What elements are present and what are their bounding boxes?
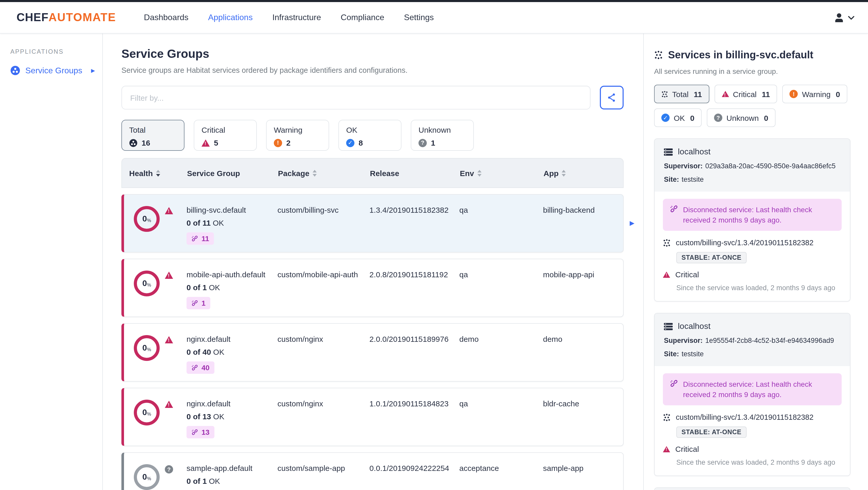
package-cell: custom/billing-svc (277, 195, 369, 245)
service-card[interactable]: localhost Supervisor:2fb65869-de1b-4341-… (654, 487, 850, 490)
panel-filter-critical[interactable]: Critical 11 (714, 85, 777, 103)
host-name: localhost (678, 322, 710, 331)
ok-icon: ✓ (346, 139, 354, 147)
service-card[interactable]: localhost Supervisor:029a3a8a-20ac-4590-… (654, 138, 850, 301)
table-row-billing-svc[interactable]: 0% billing-svc.default 0 of 11OK 11 cust… (121, 194, 624, 253)
nav-item-settings[interactable]: Settings (404, 13, 434, 22)
panel-filter-count: 0 (690, 113, 694, 122)
panel-filter-unknown[interactable]: ? Unknown 0 (707, 108, 776, 127)
service-group-icon (129, 139, 137, 147)
status-filter-warning[interactable]: Warning ! 2 (266, 120, 329, 151)
panel-title-row: Services in billing-svc.default (654, 49, 850, 61)
panel-subtitle: All services running in a service group. (654, 67, 850, 75)
sort-arrows-icon[interactable] (313, 170, 317, 176)
nav-item-dashboards[interactable]: Dashboards (144, 13, 189, 22)
top-navigation-bar: CHEFAUTOMATE Dashboards Applications Inf… (0, 2, 868, 34)
sidebar-expand-arrow-icon[interactable]: ▶ (91, 68, 95, 73)
service-group-cell: mobile-api-auth.default 0 of 1OK 1 (187, 259, 277, 309)
critical-icon (165, 207, 173, 214)
supervisor-label: Supervisor: (664, 162, 703, 170)
ok-count: 0 of 1 (187, 477, 207, 485)
disconnected-pill[interactable]: 13 (187, 426, 214, 438)
row-selected-caret-icon[interactable]: ▶ (630, 219, 634, 226)
service-group-name: nginx.default (187, 334, 269, 345)
status-filter-ok[interactable]: OK ✓ 8 (338, 120, 401, 151)
table-row-mobile-api-auth[interactable]: 0% mobile-api-auth.default 0 of 1OK 1 cu… (121, 259, 624, 317)
filter-input[interactable] (121, 86, 591, 109)
chef-automate-logo[interactable]: CHEFAUTOMATE (17, 11, 116, 24)
disconnected-count: 13 (202, 428, 210, 436)
service-group-dots-icon (663, 239, 671, 247)
column-header-release[interactable]: Release (370, 169, 460, 177)
table-row-nginx-demo[interactable]: 0% nginx.default 0 of 40OK 40 custom/ngi… (121, 323, 624, 382)
env-cell: acceptance (459, 453, 543, 490)
service-health-status: Critical (675, 445, 699, 453)
health-cell: 0% ? (129, 453, 187, 490)
service-card-header: localhost Supervisor:1e95554f-2cb8-4c52-… (655, 314, 850, 366)
table-row-sample-app[interactable]: 0% ? sample-app.default 0 of 1OK 1 custo… (121, 452, 624, 490)
site-name: testsite (682, 175, 704, 183)
disconnected-pill[interactable]: 11 (187, 232, 214, 245)
health-cell: 0% (129, 195, 187, 245)
column-header-package[interactable]: Package (278, 169, 370, 177)
health-ring: 0% (134, 270, 160, 296)
nav-item-applications[interactable]: Applications (208, 13, 253, 22)
primary-nav: Dashboards Applications Infrastructure C… (144, 13, 434, 22)
ok-label: OK (209, 283, 220, 292)
app-viewport: CHEFAUTOMATE Dashboards Applications Inf… (0, 0, 868, 490)
disconnected-alert: Disconnected service: Last health check … (663, 373, 842, 405)
status-filter-critical[interactable]: Critical 5 (194, 120, 257, 151)
services-detail-panel: Services in billing-svc.default All serv… (643, 34, 868, 490)
disconnected-pill[interactable]: 40 (187, 361, 214, 374)
server-icon (664, 322, 673, 330)
host-name: localhost (678, 147, 710, 157)
status-filter-label: Critical (202, 126, 249, 134)
nav-item-compliance[interactable]: Compliance (341, 13, 384, 22)
panel-filter-total[interactable]: Total 11 (654, 85, 709, 103)
health-ring: 0% (134, 464, 160, 490)
broken-link-icon (670, 379, 678, 400)
sort-arrows-icon[interactable] (562, 170, 566, 176)
status-filter-unknown[interactable]: Unknown ? 1 (411, 120, 474, 151)
health-cell: 0% (129, 259, 187, 309)
status-filter-label: Unknown (418, 126, 466, 134)
sidebar-item-label: Service Groups (25, 66, 83, 75)
release-cell: 2.0.0/20190115189976 (369, 324, 459, 374)
user-menu[interactable] (833, 12, 855, 23)
panel-filter-ok[interactable]: ✓ OK 0 (654, 108, 702, 127)
panel-filter-label: Warning (802, 90, 831, 98)
app-cell: billing-backend (543, 195, 623, 245)
sort-arrows-icon[interactable] (156, 170, 160, 176)
share-button[interactable] (600, 86, 624, 109)
nav-item-infrastructure[interactable]: Infrastructure (272, 13, 321, 22)
unknown-icon: ? (165, 465, 173, 473)
broken-link-icon (191, 429, 198, 436)
table-row-nginx-bldr-cache[interactable]: 0% nginx.default 0 of 13OK 13 custom/ngi… (121, 388, 624, 446)
sidebar-item-service-groups[interactable]: Service Groups ▶ (0, 63, 102, 78)
service-card[interactable]: localhost Supervisor:1e95554f-2cb8-4c52-… (654, 313, 850, 476)
column-header-health[interactable]: Health (129, 169, 187, 177)
service-group-cell: nginx.default 0 of 40OK 40 (187, 324, 277, 374)
disconnected-alert-text: Disconnected service: Last health check … (683, 379, 835, 400)
status-filter-total[interactable]: Total 16 (121, 120, 184, 151)
sort-arrows-icon[interactable] (477, 170, 481, 176)
site-label: Site: (664, 175, 679, 183)
applications-sidebar: APPLICATIONS Service Groups ▶ (0, 34, 103, 490)
disconnected-pill[interactable]: 1 (187, 297, 210, 309)
release-cell: 2.0.8/20190115181192 (369, 259, 459, 309)
column-header-service-group[interactable]: Service Group (187, 169, 278, 177)
service-group-cell: sample-app.default 0 of 1OK 1 (187, 453, 277, 490)
status-filter-label: Total (129, 126, 177, 134)
env-cell: demo (459, 324, 543, 374)
column-header-env[interactable]: Env (460, 169, 544, 177)
ok-count: 0 of 40 (187, 348, 211, 356)
status-filter-cards: Total 16 Critical 5 Wa (121, 120, 624, 151)
panel-filter-label: OK (674, 113, 685, 122)
table-header: Health Service Group Package Release Env (121, 158, 624, 188)
service-group-dots-icon (654, 51, 663, 59)
column-header-app[interactable]: App (544, 169, 623, 177)
server-icon (664, 148, 673, 156)
env-cell: qa (459, 259, 543, 309)
panel-filter-warning[interactable]: ! Warning 0 (782, 85, 847, 103)
ok-label: OK (213, 219, 224, 227)
